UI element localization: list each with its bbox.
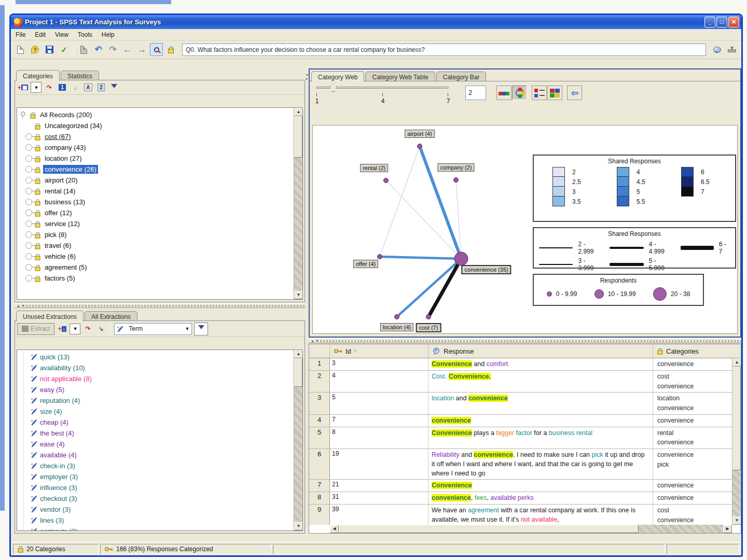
save-button[interactable] — [43, 43, 56, 56]
menu-tools[interactable]: Tools — [73, 30, 97, 39]
web-back-button[interactable]: ⇦ — [567, 86, 582, 100]
network-layout-button[interactable] — [496, 86, 511, 100]
web-node-location[interactable] — [395, 315, 399, 319]
web-node-label-company[interactable]: company (2) — [437, 163, 474, 172]
extraction-remove-button[interactable]: ↷ — [82, 324, 93, 334]
tree-item-convenience[interactable]: convenience (26) — [19, 164, 294, 175]
tree-item-business[interactable]: business (13) — [19, 197, 294, 207]
web-node-label-convenience[interactable]: convenience (35) — [461, 265, 511, 274]
feedback-button[interactable] — [711, 43, 724, 56]
extraction-options-dropdown[interactable]: ▼ — [70, 324, 80, 334]
web-node-label-cost[interactable]: cost (7) — [416, 323, 441, 332]
tree-item-rental[interactable]: rental (14) — [19, 186, 294, 197]
extract-button[interactable]: Extract — [17, 323, 54, 335]
extraction-item-check-in[interactable]: check-in (3) — [19, 460, 294, 471]
tree-expand-icon[interactable] — [25, 242, 32, 249]
extraction-item-employer[interactable]: employer (3) — [19, 471, 294, 482]
tab-category-bar[interactable]: Category Bar — [436, 72, 487, 82]
tree-item-travel[interactable]: travel (6) — [19, 240, 294, 251]
response-column-header[interactable]: Response — [428, 344, 653, 358]
scroll-down-icon[interactable]: ▼ — [294, 522, 303, 530]
tree-item-agreement[interactable]: agreement (5) — [19, 262, 294, 273]
export-results-button[interactable] — [725, 43, 738, 56]
tree-item-vehicle[interactable]: vehicle (6) — [19, 251, 294, 262]
tree-expander-icon[interactable] — [22, 111, 27, 118]
web-graph-canvas[interactable] — [313, 125, 536, 334]
tree-expand-icon[interactable] — [25, 209, 32, 216]
table-row[interactable]: 831convenience, fees, available perkscon… — [309, 492, 732, 505]
tree-expand-icon[interactable] — [25, 166, 32, 173]
tree-expand-icon[interactable] — [25, 144, 32, 151]
web-node-label-offer[interactable]: offer (4) — [353, 260, 378, 268]
web-node-rental[interactable] — [384, 178, 389, 183]
question-field[interactable] — [182, 44, 706, 56]
web-node-label-rental[interactable]: rental (2) — [360, 164, 388, 172]
table-vscrollbar[interactable]: ▲ ▼ — [732, 358, 741, 525]
export-disabled-button[interactable] — [77, 43, 90, 56]
category-tree-scrollbar[interactable]: ▲ ▼ — [294, 108, 302, 299]
tree-item-location[interactable]: location (27) — [19, 153, 294, 164]
left-splitter[interactable]: ▲▼ — [15, 303, 305, 308]
legend-toggle-button[interactable] — [532, 86, 547, 100]
slider-thumb[interactable] — [330, 83, 337, 92]
forward-button[interactable]: → — [135, 43, 148, 56]
web-node-convenience[interactable] — [454, 252, 468, 265]
extraction-type-select[interactable]: Term ▼ — [114, 323, 192, 335]
scroll-left-icon[interactable]: ◀ — [330, 525, 339, 533]
extraction-item-influence[interactable]: influence (3) — [19, 482, 294, 493]
add-category-button[interactable]: +▦ — [17, 82, 29, 93]
web-node-offer[interactable] — [378, 255, 382, 259]
menu-file[interactable]: File — [11, 30, 30, 39]
color-panel-button[interactable] — [547, 86, 562, 100]
tab-all-extractions[interactable]: All Extractions — [85, 311, 137, 321]
web-node-label-location[interactable]: location (4) — [380, 323, 413, 331]
extraction-item-vendor[interactable]: vendor (3) — [19, 504, 294, 515]
extraction-item-available[interactable]: available (4) — [19, 450, 294, 460]
tree-item-cost[interactable]: cost (67) — [19, 131, 294, 142]
tree-expand-icon[interactable] — [25, 264, 32, 271]
table-row[interactable]: 24Cost. Convenience.costconvenience — [309, 371, 732, 393]
add-extraction-button[interactable]: +↕ — [57, 324, 67, 334]
extraction-list-scrollbar[interactable]: ▲ ▼ — [294, 350, 302, 530]
delete-category-button[interactable]: ↷ — [44, 82, 54, 93]
tree-item-pick[interactable]: pick (8) — [19, 229, 294, 240]
web-link-location-convenience[interactable] — [397, 259, 461, 317]
rename-category-button[interactable]: 1 — [57, 82, 67, 93]
id-column-header[interactable]: Id ▿ — [330, 344, 428, 358]
vertical-splitter[interactable]: ◂▸ — [305, 68, 309, 534]
tab-category-web[interactable]: Category Web — [311, 71, 364, 82]
extraction-item-not[interactable]: not applicable (8) — [19, 373, 294, 384]
table-row[interactable]: 47convenienceconvenience — [309, 415, 732, 427]
scroll-down-icon[interactable]: ▼ — [732, 516, 741, 525]
sort-count-button[interactable]: 2 — [95, 82, 106, 93]
table-hscrollbar[interactable]: ◀ ▶ — [330, 525, 732, 533]
web-link-offer-convenience[interactable] — [380, 257, 461, 259]
extraction-item-easy[interactable]: easy (5) — [19, 384, 294, 395]
tree-expand-icon[interactable] — [25, 188, 32, 194]
table-row[interactable]: 35location and conveniencelocationconven… — [309, 393, 732, 415]
table-row[interactable]: 721Convenienceconvenience — [309, 480, 732, 492]
hint-button[interactable]: ? — [29, 43, 42, 56]
web-link-airport-offer[interactable] — [380, 146, 420, 257]
extraction-item-reputation[interactable]: reputation (4) — [19, 395, 294, 406]
tree-item-factors[interactable]: factors (5) — [19, 273, 294, 284]
zoom-tool-button[interactable] — [150, 43, 163, 56]
redo-button[interactable]: ↷ — [106, 43, 119, 56]
table-row[interactable]: 939We have an agreement with a car renta… — [309, 505, 732, 525]
extraction-apply-button[interactable]: ↘ — [95, 324, 106, 334]
tree-expand-icon[interactable] — [25, 155, 32, 162]
extraction-item-lines[interactable]: lines (3) — [19, 515, 294, 526]
minimize-button[interactable]: _ — [704, 17, 715, 27]
extraction-item-availability[interactable]: availability (10) — [19, 362, 294, 373]
new-project-button[interactable] — [14, 43, 27, 56]
title-bar[interactable]: Project 1 - SPSS Text Analysis for Surve… — [11, 15, 741, 29]
extraction-item-the[interactable]: the best (4) — [19, 428, 294, 439]
tab-categories[interactable]: Categories — [16, 70, 60, 81]
tree-item-service[interactable]: service (12) — [19, 218, 294, 229]
tab-unused-extractions[interactable]: Unused Extractions — [16, 311, 84, 321]
tree-expand-icon[interactable] — [25, 231, 32, 238]
scroll-down-icon[interactable]: ▼ — [294, 291, 303, 299]
category-options-dropdown[interactable]: ▼ — [31, 82, 42, 93]
maximize-button[interactable]: □ — [716, 17, 727, 27]
back-button[interactable]: ← — [121, 43, 134, 56]
